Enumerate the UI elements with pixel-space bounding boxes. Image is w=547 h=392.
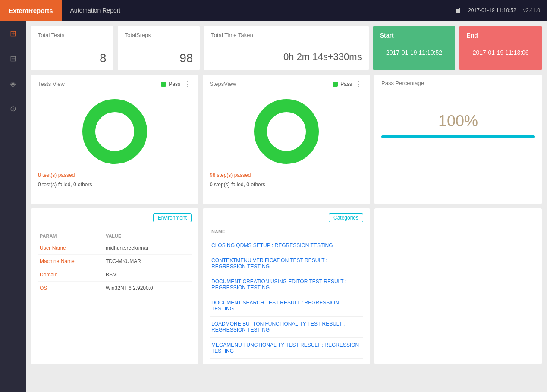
env-table-row: DomainBSM	[38, 268, 192, 282]
tests-donut-container	[38, 91, 192, 171]
tests-donut	[82, 99, 147, 164]
environment-card: Environment PARAM VALUE User Namemidhun.…	[31, 208, 198, 364]
sidebar-item-dashboard[interactable]: ⊞	[4, 25, 22, 42]
sidebar: ⊞ ⊟ ◈ ⊙	[0, 21, 26, 392]
navbar-right: 🖥 2017-01-19 11:10:52 v2.41.0	[454, 6, 547, 14]
steps-view-menu[interactable]: ⋮	[355, 80, 363, 88]
env-value: midhun.sreekumar	[104, 241, 192, 255]
pass-percentage-title: Pass Percentage	[381, 80, 424, 86]
tests-view-legend-label: Pass	[169, 81, 180, 87]
pass-dot	[161, 82, 166, 87]
start-value: 2017-01-19 11:10:52	[380, 49, 449, 56]
progress-bar-container	[381, 135, 535, 138]
tests-failed-text: 0 test(s) failed, 0 others	[38, 180, 192, 190]
sidebar-item-settings[interactable]: ⊙	[4, 100, 22, 117]
category-link[interactable]: CONTEXTMENU VERIFICATION TEST RESULT : R…	[211, 257, 327, 270]
list-item[interactable]: DOCUMENT SEARCH TEST RESULT : REGRESSION…	[210, 295, 363, 317]
category-link[interactable]: DOCUMENT SEARCH TEST RESULT : REGRESSION…	[211, 300, 339, 312]
environment-table: PARAM VALUE User Namemidhun.sreekumarMac…	[38, 231, 192, 295]
tests-view-stats: 8 test(s) passed 0 test(s) failed, 0 oth…	[38, 171, 192, 189]
tests-passed-text: 8 test(s) passed	[38, 171, 192, 180]
sidebar-item-tags[interactable]: ◈	[4, 75, 22, 92]
layout: ⊞ ⊟ ◈ ⊙ Total Tests 8 TotalSteps 98 Tota…	[0, 21, 547, 392]
categories-card: Categories NAME CLOSING QDMS SETUP : REG…	[203, 208, 370, 364]
tests-view-legend: Pass	[161, 81, 180, 87]
env-value: Win32NT 6.2.9200.0	[104, 282, 192, 295]
steps-donut	[254, 99, 319, 164]
bottom-row: Environment PARAM VALUE User Namemidhun.…	[31, 208, 542, 364]
env-table-row: User Namemidhun.sreekumar	[38, 241, 192, 255]
steps-view-title: StepsView	[210, 81, 236, 87]
total-steps-card: TotalSteps 98	[118, 26, 200, 70]
total-steps-value: 98	[125, 51, 193, 65]
steps-failed-text: 0 step(s) failed, 0 others	[210, 180, 363, 190]
category-link[interactable]: CLOSING QDMS SETUP : REGRESSION TESTING	[211, 242, 333, 248]
value-col-header: VALUE	[104, 231, 192, 241]
brand-text: ExtentReports	[9, 7, 53, 14]
navbar: ExtentReports Automation Report 🖥 2017-0…	[0, 0, 547, 21]
environment-tag: Environment	[153, 213, 192, 222]
env-param: OS	[38, 282, 104, 295]
charts-row: Tests View Pass ⋮ 8 test(s) passed 0 tes…	[31, 75, 542, 204]
steps-donut-container	[210, 91, 363, 171]
cat-tag-container: Categories	[210, 213, 363, 227]
tests-view-title: Tests View	[38, 81, 65, 87]
pass-percentage-card: Pass Percentage 100%	[374, 75, 542, 204]
total-time-value: 0h 2m 14s+330ms	[211, 51, 362, 63]
list-item[interactable]: DOCUMENT CREATION USING EDITOR TEST RESU…	[210, 274, 363, 295]
category-link[interactable]: LOADMORE BUTTON FUNCTIONALITY TEST RESUL…	[211, 321, 345, 333]
steps-view-legend-label: Pass	[340, 81, 352, 87]
start-label: Start	[380, 32, 449, 39]
total-tests-value: 8	[38, 51, 107, 65]
steps-passed-text: 98 step(s) passed	[210, 171, 363, 180]
list-item[interactable]: CONTEXTMENU VERIFICATION TEST RESULT : R…	[210, 253, 363, 274]
stat-row: Total Tests 8 TotalSteps 98 Total Time T…	[31, 26, 542, 70]
main-content: Total Tests 8 TotalSteps 98 Total Time T…	[26, 21, 547, 392]
sidebar-item-tests[interactable]: ⊟	[4, 50, 22, 67]
steps-pass-dot	[333, 82, 338, 87]
tests-view-card: Tests View Pass ⋮ 8 test(s) passed 0 tes…	[31, 75, 198, 204]
tests-view-menu[interactable]: ⋮	[184, 80, 192, 88]
empty-panel	[374, 208, 542, 364]
total-tests-label: Total Tests	[38, 32, 107, 38]
navbar-title: Automation Report	[62, 7, 129, 14]
category-link[interactable]: DOCUMENT CREATION USING EDITOR TEST RESU…	[211, 279, 346, 291]
env-value: TDC-MKUMAR	[104, 255, 192, 268]
start-card: Start 2017-01-19 11:10:52	[373, 26, 456, 70]
env-param: Machine Name	[38, 255, 104, 268]
category-link[interactable]: MEGAMENU FUNCTIONALITY TEST RESULT : REG…	[211, 342, 359, 354]
categories-tag: Categories	[329, 213, 363, 222]
list-item[interactable]: LOADMORE BUTTON FUNCTIONALITY TEST RESUL…	[210, 317, 363, 338]
list-item[interactable]: CLOSING QDMS SETUP : REGRESSION TESTING	[210, 238, 363, 253]
total-steps-label: TotalSteps	[125, 32, 193, 38]
categories-list: CLOSING QDMS SETUP : REGRESSION TESTINGC…	[210, 238, 363, 359]
env-tag-container: Environment	[38, 213, 192, 227]
pass-percentage-header: Pass Percentage	[381, 80, 535, 86]
list-item[interactable]: MEGAMENU FUNCTIONALITY TEST RESULT : REG…	[210, 338, 363, 359]
env-param: User Name	[38, 241, 104, 255]
env-param: Domain	[38, 268, 104, 282]
end-value: 2017-01-19 11:13:06	[466, 49, 535, 56]
steps-view-card: StepsView Pass ⋮ 98 step(s) passed 0 ste…	[203, 75, 370, 204]
steps-view-legend: Pass	[333, 81, 352, 87]
monitor-icon: 🖥	[454, 6, 461, 14]
end-label: End	[466, 32, 535, 39]
tests-view-header: Tests View Pass ⋮	[38, 80, 192, 88]
steps-view-header: StepsView Pass ⋮	[210, 80, 363, 88]
total-time-label: Total Time Taken	[211, 32, 362, 38]
navbar-datetime: 2017-01-19 11:10:52	[468, 7, 516, 13]
categories-name-col: NAME	[210, 227, 363, 238]
env-table-row: Machine NameTDC-MKUMAR	[38, 255, 192, 268]
steps-view-stats: 98 step(s) passed 0 step(s) failed, 0 ot…	[210, 171, 363, 189]
total-time-card: Total Time Taken 0h 2m 14s+330ms	[204, 26, 368, 70]
param-col-header: PARAM	[38, 231, 104, 241]
env-value: BSM	[104, 268, 192, 282]
total-tests-card: Total Tests 8	[31, 26, 113, 70]
env-table-row: OSWin32NT 6.2.9200.0	[38, 282, 192, 295]
progress-bar-fill	[381, 135, 535, 138]
pass-percentage-value: 100%	[381, 112, 535, 130]
navbar-brand[interactable]: ExtentReports	[0, 0, 62, 21]
navbar-version: v2.41.0	[523, 7, 540, 13]
end-card: End 2017-01-19 11:13:06	[459, 26, 542, 70]
